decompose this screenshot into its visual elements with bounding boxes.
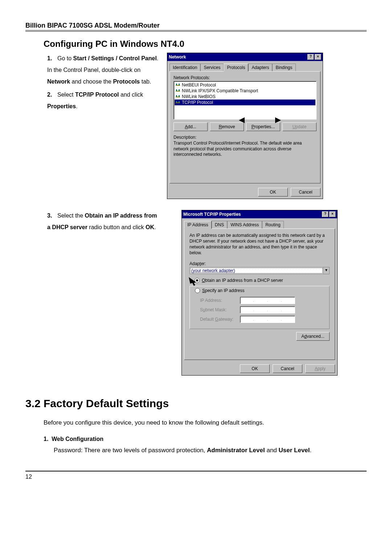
properties-button[interactable]: Properties... [246,122,280,131]
section-heading: Configuring PC in Windows NT4.0 [44,39,367,49]
svg-rect-0 [176,85,180,86]
svg-rect-5 [179,89,180,91]
tcpip-tabs: IP Address DNS WINS Address Routing [184,220,335,228]
svg-rect-11 [179,101,180,102]
list-item-label: NetBEUI Protocol [182,82,216,88]
svg-rect-8 [179,95,180,97]
svg-rect-2 [179,84,180,85]
advanced-button[interactable]: Advanced... [296,332,330,341]
list-item-label: NWLink NetBIOS [182,94,216,99]
ok-button[interactable]: OK [258,188,288,197]
adapter-value[interactable]: (your network adapter) [190,267,323,274]
tab-bindings[interactable]: Bindings [272,64,295,72]
radio-icon [195,288,200,293]
add-button[interactable]: Add... [173,122,208,131]
svg-rect-7 [176,95,177,97]
close-icon[interactable]: × [329,211,336,217]
list-item[interactable]: NWLink IPX/SPX Compatible Transport [175,88,315,94]
description-text: Transport Control Protocol/Internet Prot… [173,141,317,158]
web-config-subhead: 1. Web Configuration [44,436,367,442]
step-3-text: 3.Select the Obtain an IP address from a… [47,210,160,233]
tcpip-title-text: Microsoft TCP/IP Properties [183,212,321,217]
cancel-button[interactable]: Cancel [291,188,320,197]
list-item[interactable]: NetBEUI Protocol [175,82,315,88]
network-title-text: Network [169,54,307,60]
document-header: Billion BIPAC 7100SG ADSL Modem/Router [25,22,367,32]
ok-button[interactable]: OK [240,364,270,373]
protocol-icon [175,89,180,93]
list-item[interactable]: NWLink NetBIOS [175,94,315,100]
tab-protocols[interactable]: Protocols [224,64,248,72]
page-number: 12 [25,474,32,480]
cancel-button[interactable]: Cancel [273,364,302,373]
svg-rect-9 [176,102,180,103]
password-text: Password: There are two levels of passwo… [54,445,367,456]
remove-button[interactable]: Remove [210,122,244,131]
help-icon[interactable]: ? [307,54,314,60]
radio-icon [195,278,200,283]
tab-services[interactable]: Services [200,64,224,72]
svg-rect-4 [176,89,177,91]
step-2-text: 2.Select TCP/IP Protocol and click Prope… [47,89,160,112]
tcpip-titlebar: Microsoft TCP/IP Properties ? × [182,210,337,218]
radio-obtain-dhcp[interactable]: Obtain an IP address from a DHCP server [195,278,331,283]
subnet-mask-label: Subnet Mask: [200,307,240,312]
specify-fieldset: Specify an IP address IP Address: ... Su… [189,286,330,329]
ip-address-label: IP Address: [200,298,240,303]
close-icon[interactable]: × [315,54,321,60]
tab-routing[interactable]: Routing [262,221,283,229]
step-1-text: 1.Go to Start / Settings / Control Panel… [47,53,160,88]
ip-address-input: ... [240,297,295,304]
protocol-icon [175,100,180,105]
protocols-listbox[interactable]: NetBEUI Protocol NWLink IPX/SPX Compatib… [173,81,317,119]
tab-wins[interactable]: WINS Address [227,221,262,229]
radio-specify-ip[interactable]: Specify an IP address [193,288,246,293]
description-label: Description: [173,135,317,140]
body-intro: Before you configure this device, you ne… [44,417,367,429]
help-icon[interactable]: ? [322,211,328,217]
svg-rect-10 [176,101,177,102]
network-dialog: Network ? × Identification Services Prot… [167,53,323,199]
chevron-down-icon[interactable]: ▼ [323,267,329,274]
apply-button: Apply [305,364,335,373]
adapter-label: Adapter: [189,261,331,266]
factory-defaults-heading: 3.2 Factory Default Settings [25,397,367,410]
network-tabs: Identification Services Protocols Adapte… [170,63,320,71]
info-text: An IP address can be automatically assig… [189,232,330,256]
list-item-label: TCP/IP Protocol [182,100,213,105]
tcpip-dialog: Microsoft TCP/IP Properties ? × IP Addre… [181,210,338,376]
tab-ipaddress[interactable]: IP Address [184,221,212,229]
list-item[interactable]: TCP/IP Protocol [175,100,315,105]
adapter-combo[interactable]: (your network adapter) ▼ [189,267,330,274]
svg-rect-1 [176,84,177,85]
protocols-list-label: NNetwork Protocols:etwork Protocols: [173,75,317,80]
default-gateway-input: ... [240,316,295,323]
network-titlebar: Network ? × [167,53,323,61]
page-footer: 12 [25,471,367,480]
list-item-label: NWLink IPX/SPX Compatible Transport [182,88,258,93]
default-gateway-label: Default Gateway: [200,317,240,322]
subnet-mask-input: ... [240,306,295,313]
protocol-icon [175,83,180,87]
tab-dns[interactable]: DNS [212,221,227,229]
update-button: Update [282,122,317,131]
svg-rect-6 [176,97,180,97]
tab-identification[interactable]: Identification [170,64,200,72]
tab-adapters[interactable]: Adapters [248,64,272,72]
svg-rect-3 [176,91,180,92]
protocol-icon [175,94,180,99]
